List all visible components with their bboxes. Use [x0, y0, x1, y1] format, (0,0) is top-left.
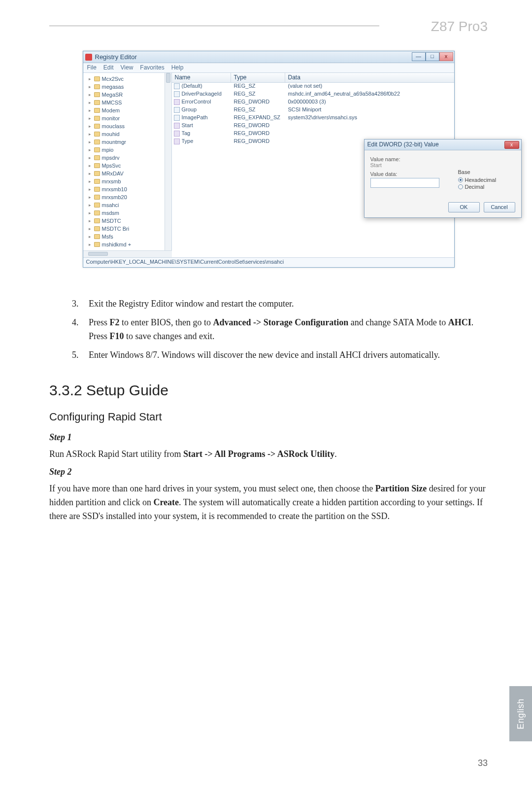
expand-icon[interactable]: ▸: [88, 139, 92, 144]
value-data-input[interactable]: [370, 178, 439, 188]
header-rule: [49, 26, 379, 26]
cancel-button[interactable]: Cancel: [484, 202, 515, 212]
tree-item[interactable]: ▸mpsdrv: [88, 154, 170, 162]
value-row[interactable]: ImagePathREG_EXPAND_SZsystem32\drivers\m…: [172, 114, 454, 122]
expand-icon[interactable]: ▸: [88, 234, 92, 239]
expand-icon[interactable]: ▸: [88, 171, 92, 176]
tree-item[interactable]: ▸monitor: [88, 114, 170, 122]
value-name-text: Start: [370, 162, 515, 168]
value-row[interactable]: StartREG_DWORD: [172, 122, 454, 130]
string-icon: [174, 91, 180, 97]
menu-favorites[interactable]: Favorites: [140, 64, 164, 71]
expand-icon[interactable]: ▸: [88, 116, 92, 121]
menu-view[interactable]: View: [121, 64, 133, 71]
tree-item[interactable]: ▸mouclass: [88, 122, 170, 130]
expand-icon[interactable]: ▸: [88, 100, 92, 105]
folder-icon: [94, 124, 100, 129]
expand-icon[interactable]: ▸: [88, 76, 92, 81]
tree-label: Modem: [102, 107, 120, 113]
dialog-title-text: Edit DWORD (32-bit) Value: [367, 141, 439, 148]
tree-item[interactable]: ▸MMCSS: [88, 99, 170, 106]
col-name[interactable]: Name: [172, 73, 231, 82]
tree-item[interactable]: ▸mrxsmb: [88, 177, 170, 185]
expand-icon[interactable]: ▸: [88, 147, 92, 152]
folder-icon: [94, 116, 100, 121]
expand-icon[interactable]: ▸: [88, 218, 92, 223]
tree-item[interactable]: ▸Modem: [88, 106, 170, 114]
tree-label: MMCSS: [102, 100, 122, 105]
tree-item[interactable]: ▸msahci: [88, 201, 170, 209]
expand-icon[interactable]: ▸: [88, 203, 92, 208]
expand-icon[interactable]: ▸: [88, 210, 92, 215]
value-type: REG_SZ: [231, 106, 285, 114]
value-name: ImagePath: [182, 114, 231, 122]
expand-icon[interactable]: ▸: [88, 187, 92, 192]
menu-file[interactable]: File: [87, 64, 97, 71]
expand-icon[interactable]: ▸: [88, 179, 92, 184]
value-row[interactable]: DriverPackageIdREG_SZmshdc.inf_amd64_neu…: [172, 91, 454, 99]
value-type: REG_SZ: [231, 83, 285, 91]
tree-item[interactable]: ▸MpsSvc: [88, 162, 170, 170]
tree-item[interactable]: ▸msdsm: [88, 209, 170, 217]
close-button[interactable]: x: [439, 52, 453, 61]
tree-label: mountmgr: [102, 139, 127, 145]
col-type[interactable]: Type: [231, 73, 285, 82]
tree-label: mouhid: [102, 131, 120, 137]
expand-icon[interactable]: ▸: [88, 84, 92, 89]
tree-label: mshidkmd +: [102, 242, 132, 247]
tree-scrollbar[interactable]: [165, 73, 171, 257]
expand-icon[interactable]: ▸: [88, 163, 92, 168]
page-number: 33: [478, 758, 488, 768]
folder-icon: [94, 218, 100, 223]
instruction-list: Exit the Registry Editor window and rest…: [49, 297, 488, 362]
radio-dec[interactable]: Decimal: [458, 184, 497, 190]
tree-item[interactable]: ▸mrxsmb20: [88, 193, 170, 201]
value-row[interactable]: GroupREG_SZSCSI Miniport: [172, 106, 454, 114]
tree-item[interactable]: ▸Msfs: [88, 233, 170, 241]
tree-item[interactable]: ▸MRxDAV: [88, 170, 170, 177]
tree-item[interactable]: ▸MSDTC Bri: [88, 225, 170, 233]
expand-icon[interactable]: ▸: [88, 226, 92, 231]
expand-icon[interactable]: ▸: [88, 132, 92, 137]
folder-icon: [94, 76, 100, 81]
tree-item[interactable]: ▸mountmgr: [88, 138, 170, 146]
tree-horizontal-scrollbar[interactable]: [83, 250, 172, 257]
dword-icon: [174, 139, 180, 144]
value-row[interactable]: ErrorControlREG_DWORD0x00000003 (3): [172, 99, 454, 106]
tree-item[interactable]: ▸mshidkmd +: [88, 241, 170, 248]
value-data: [285, 122, 454, 130]
tree-item[interactable]: ▸Mcx2Svc: [88, 75, 170, 83]
tree-label: mpsdrv: [102, 155, 120, 161]
menu-edit[interactable]: Edit: [103, 64, 114, 71]
expand-icon[interactable]: ▸: [88, 108, 92, 113]
menu-help[interactable]: Help: [171, 64, 184, 71]
radio-hex[interactable]: Hexadecimal: [458, 177, 497, 183]
dialog-close-button[interactable]: x: [504, 141, 519, 149]
tree-pane[interactable]: ▸Mcx2Svc▸megasas▸MegaSR▸MMCSS▸Modem▸moni…: [83, 73, 172, 257]
expand-icon[interactable]: ▸: [88, 92, 92, 97]
value-type: REG_EXPAND_SZ: [231, 114, 285, 122]
tree-item[interactable]: ▸MegaSR: [88, 91, 170, 99]
tree-item[interactable]: ▸MSDTC: [88, 217, 170, 225]
value-name: Type: [182, 138, 231, 146]
maximize-button[interactable]: □: [426, 52, 439, 61]
value-list-pane[interactable]: Name Type Data (Default)REG_SZ(value not…: [172, 73, 454, 257]
value-row[interactable]: TagREG_DWORD: [172, 130, 454, 138]
expand-icon[interactable]: ▸: [88, 124, 92, 129]
ok-button[interactable]: OK: [448, 202, 480, 212]
value-row[interactable]: (Default)REG_SZ(value not set): [172, 83, 454, 91]
expand-icon[interactable]: ▸: [88, 155, 92, 160]
tree-item[interactable]: ▸mouhid: [88, 130, 170, 138]
value-type: REG_SZ: [231, 91, 285, 99]
folder-icon: [94, 100, 100, 105]
expand-icon[interactable]: ▸: [88, 195, 92, 200]
tree-item[interactable]: ▸megasas: [88, 83, 170, 91]
col-data[interactable]: Data: [285, 73, 454, 82]
dword-icon: [174, 131, 180, 137]
expand-icon[interactable]: ▸: [88, 242, 92, 247]
tree-item[interactable]: ▸mpio: [88, 146, 170, 154]
tree-item[interactable]: ▸mrxsmb10: [88, 185, 170, 193]
minimize-button[interactable]: —: [412, 52, 426, 61]
folder-icon: [94, 210, 100, 215]
value-data: SCSI Miniport: [285, 106, 454, 114]
